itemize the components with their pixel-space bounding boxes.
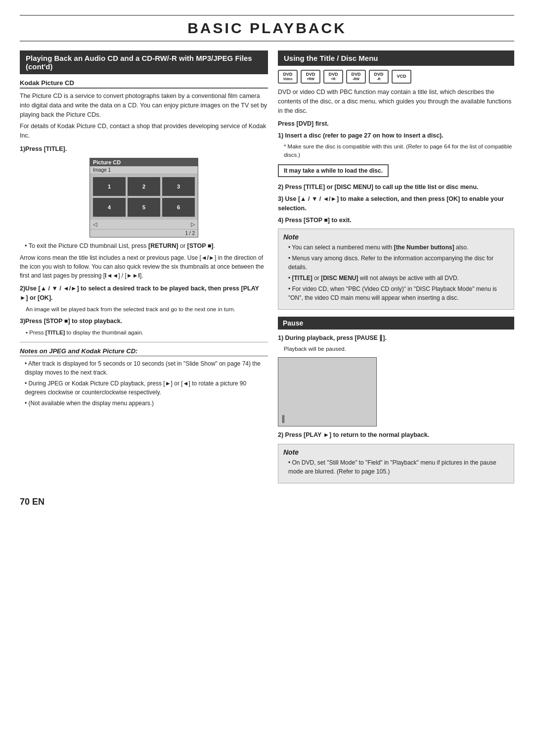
disc-icon-dvd-minusrw: DVD-RW [346,70,366,84]
right-step2-label: 2) Press [TITLE] or [DISC MENU] to call … [278,183,514,192]
step2-detail: An image will be played back from the se… [20,305,268,314]
disc-icon-vcd: VCD [392,70,411,84]
pause-note-1: On DVD, set "Still Mode" to "Field" in "… [288,458,509,476]
jpeg-notes-header: Notes on JPEG and Kodak Picture CD: [20,347,268,356]
disc-icon-dvd-plusrw: DVD+RW [301,70,320,84]
arrow-note: Arrow icons mean the title list includes… [20,253,268,280]
kodak-intro-text: The Picture CD is a service to convert p… [20,92,268,119]
step1-label: 1)Press [TITLE]. [20,144,268,154]
pause-icon: ‖ [281,414,285,423]
thumbnail-3: 3 [162,177,195,196]
step3-detail: • Press [TITLE] to display the thumbnail… [20,329,268,337]
disc-icons-row: DVDVideo DVD+RW DVD+R DVD-RW DVD-R VCD [278,70,514,84]
nav-right: ▷ [191,221,195,228]
pause-notes-list: On DVD, set "Still Mode" to "Field" in "… [283,458,509,476]
right-step1: 1) Insert a disc (refer to page 27 on ho… [278,131,514,180]
kodak-contact-text: For details of Kodak Picture CD, contact… [20,122,268,141]
picture-cd-page: 1 / 2 [90,229,198,237]
page-title: BASIC PLAYBACK [20,20,514,37]
two-column-layout: Playing Back an Audio CD and a CD-RW/-R … [20,50,514,483]
pause-step1-label: 1) During playback, press [PAUSE ‖]. [278,333,514,343]
right-note-1: You can select a numbered menu with [the… [288,243,509,252]
right-step4-label: 4) Press [STOP ■] to exit. [278,216,514,225]
picture-cd-box: Picture CD Image 1 1 2 3 4 5 6 ◁ ▷ 1 / 2 [89,158,198,237]
nav-left: ◁ [93,221,97,228]
right-step3: 3) Use [▲ / ▼ / ◄/►] to make a selection… [278,194,514,213]
pause-step1-detail: Playback will be paused. [278,345,514,353]
important-box: It may take a while to load the disc. [278,164,389,177]
left-column: Playing Back an Audio CD and a CD-RW/-R … [20,50,268,483]
pause-step2-label: 2) Press [PLAY ►] to return to the norma… [278,430,514,440]
bullet-list-return: To exit the Picture CD thumbnail List, p… [20,241,268,251]
jpeg-note-1: After track is displayed for 5 seconds o… [25,359,268,377]
jpeg-note-2: During JPEG or Kodak Picture CD playback… [25,379,268,397]
right-note-box: Note You can select a numbered menu with… [278,229,514,310]
picture-cd-title: Picture CD [90,158,198,166]
pause-section-header: Pause [278,317,514,330]
disc-icon-dvd-video: DVDVideo [278,70,298,84]
right-column: Using the Title / Disc Menu DVDVideo DVD… [278,50,514,483]
right-step2: 2) Press [TITLE] or [DISC MENU] to call … [278,183,514,192]
step2-label: 2)Use [▲ / ▼ / ◄/►] to select a desired … [20,284,268,303]
right-step1-note: * Make sure the disc is compatible with … [278,142,514,160]
kodak-header: Kodak Picture CD [20,79,268,89]
right-note-3: [TITLE] or [DISC MENU] will not always b… [288,274,509,283]
thumbnail-1: 1 [93,177,126,196]
jpeg-notes-list: After track is displayed for 5 seconds o… [20,359,268,408]
left-section-header: Playing Back an Audio CD and a CD-RW/-R … [20,50,268,74]
bullet-return: To exit the Picture CD thumbnail List, p… [25,241,268,251]
right-note-title: Note [283,233,509,241]
disc-icon-dvd-plusr: DVD+R [323,70,343,84]
page-title-bar: BASIC PLAYBACK [20,15,514,42]
pause-note-title: Note [283,448,509,456]
right-note-2: Menus vary among discs. Refer to the inf… [288,254,509,272]
page-number: 70 EN [20,495,514,509]
right-step1-label: 1) Insert a disc (refer to page 27 on ho… [278,131,514,141]
thumbnail-2: 2 [128,177,160,196]
thumbnail-4: 4 [93,198,126,217]
right-note-4: For video CD, when "PBC (Video CD only)"… [288,284,509,302]
right-step4: 4) Press [STOP ■] to exit. [278,216,514,225]
right-section-header: Using the Title / Disc Menu [278,50,514,66]
thumbnail-5: 5 [128,198,160,217]
pause-step1: 1) During playback, press [PAUSE ‖]. Pla… [278,333,514,353]
pause-screen: ‖ [278,357,377,426]
step3-label: 3)Press [STOP ■] to stop playback. [20,317,268,326]
right-intro: DVD or video CD with PBC function may co… [278,88,514,115]
right-step3-label: 3) Use [▲ / ▼ / ◄/►] to make a selection… [278,194,514,213]
disc-icon-dvd-minusr: DVD-R [369,70,389,84]
pause-step2: 2) Press [PLAY ►] to return to the norma… [278,430,514,440]
jpeg-note-3: (Not available when the display menu app… [25,399,268,408]
thumbnail-6: 6 [162,198,195,217]
picture-cd-thumbnails: 1 2 3 4 5 6 [90,174,198,220]
press-dvd-first: Press [DVD] first. [278,119,514,129]
pause-note-box: Note On DVD, set "Still Mode" to "Field"… [278,444,514,483]
right-notes-list: You can select a numbered menu with [the… [283,243,509,302]
picture-cd-nav: ◁ ▷ [90,220,198,229]
picture-cd-subtitle: Image 1 [90,166,198,174]
